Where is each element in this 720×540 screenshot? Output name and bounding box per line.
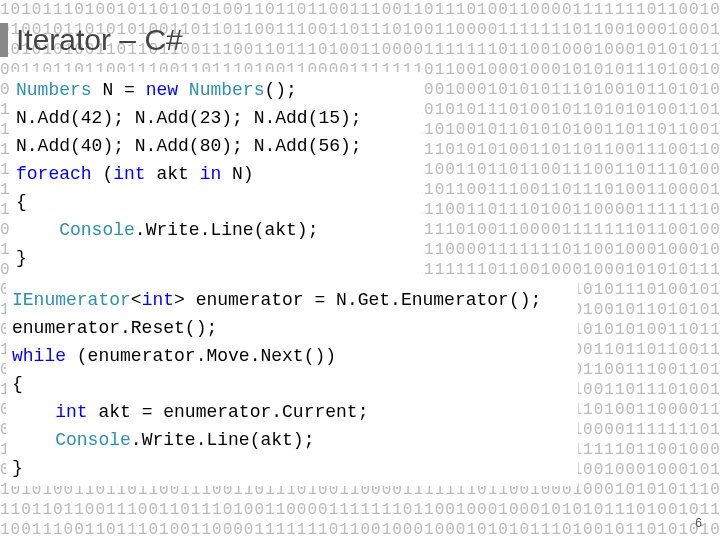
code-line: } — [16, 244, 416, 272]
code-line: IEnumerator<int> enumerator = N.Get.Enum… — [12, 286, 572, 314]
code-token — [178, 80, 189, 100]
code-token: IEnumerator — [12, 290, 131, 310]
code-token: Console — [55, 430, 131, 450]
title-accent-bar — [0, 23, 8, 57]
code-token: Numbers — [189, 80, 265, 100]
code-line: { — [12, 370, 572, 398]
code-block-foreach: Numbers N = new Numbers();N.Add(42); N.A… — [10, 72, 422, 276]
code-token: while — [12, 346, 66, 366]
code-token: { — [12, 374, 23, 394]
code-token: N.Add(40); N.Add(80); N.Add(56); — [16, 136, 362, 156]
slide-title-bar: Iterator – C# — [0, 20, 183, 60]
page-number: 6 — [695, 516, 702, 530]
code-token — [16, 220, 59, 240]
code-block-enumerator: IEnumerator<int> enumerator = N.Get.Enum… — [6, 282, 578, 486]
code-line: } — [12, 454, 572, 482]
code-token: < — [131, 290, 142, 310]
code-token: ( — [92, 164, 114, 184]
code-token: in — [200, 164, 222, 184]
code-token: > enumerator = N.Get.Enumerator(); — [174, 290, 541, 310]
code-token: } — [16, 248, 27, 268]
code-token: (enumerator.Move.Next()) — [66, 346, 336, 366]
code-token: .Write.Line(akt); — [135, 220, 319, 240]
code-line: int akt = enumerator.Current; — [12, 398, 572, 426]
code-token: int — [142, 290, 174, 310]
code-token — [12, 430, 55, 450]
code-token: .Write.Line(akt); — [131, 430, 315, 450]
code-token: foreach — [16, 164, 92, 184]
code-token: akt — [146, 164, 200, 184]
slide-title: Iterator – C# — [16, 23, 183, 57]
code-token: int — [55, 402, 87, 422]
code-line: enumerator.Reset(); — [12, 314, 572, 342]
code-line: Console.Write.Line(akt); — [12, 426, 572, 454]
code-token: akt = enumerator.Current; — [88, 402, 369, 422]
code-line: N.Add(42); N.Add(23); N.Add(15); — [16, 104, 416, 132]
code-line: while (enumerator.Move.Next()) — [12, 342, 572, 370]
code-token: Numbers — [16, 80, 92, 100]
code-token: new — [146, 80, 178, 100]
code-line: Numbers N = new Numbers(); — [16, 76, 416, 104]
code-line: { — [16, 188, 416, 216]
code-token: enumerator.Reset(); — [12, 318, 217, 338]
code-token: { — [16, 192, 27, 212]
code-token: N = — [92, 80, 146, 100]
code-token: Console — [59, 220, 135, 240]
code-token — [12, 402, 55, 422]
code-line: foreach (int akt in N) — [16, 160, 416, 188]
code-token: N.Add(42); N.Add(23); N.Add(15); — [16, 108, 362, 128]
code-token: N) — [221, 164, 253, 184]
code-token: int — [113, 164, 145, 184]
code-token: } — [12, 458, 23, 478]
code-token: (); — [264, 80, 296, 100]
code-line: Console.Write.Line(akt); — [16, 216, 416, 244]
code-line: N.Add(40); N.Add(80); N.Add(56); — [16, 132, 416, 160]
